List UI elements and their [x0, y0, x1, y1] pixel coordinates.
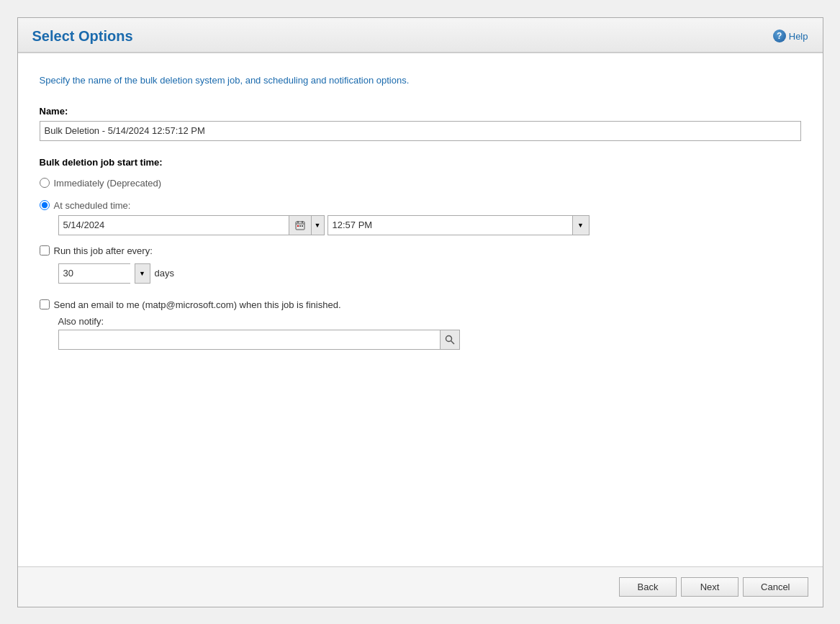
- svg-rect-5: [299, 225, 301, 227]
- calendar-button[interactable]: [289, 215, 312, 235]
- description-text: Specify the name of the bulk deletion sy…: [40, 75, 801, 86]
- start-time-label: Bulk deletion job start time:: [40, 157, 801, 168]
- svg-rect-4: [297, 225, 299, 227]
- notify-input[interactable]: [58, 330, 440, 350]
- svg-point-7: [446, 335, 451, 341]
- name-field-group: Name:: [40, 106, 801, 141]
- help-link[interactable]: ? Help: [773, 30, 808, 42]
- calendar-dropdown[interactable]: ▼: [312, 215, 325, 235]
- scheduled-radio[interactable]: [40, 200, 50, 210]
- name-input[interactable]: [40, 121, 801, 141]
- svg-rect-6: [302, 225, 303, 227]
- recurrence-section: Run this job after every: ▼ days: [40, 245, 801, 284]
- notify-search-button[interactable]: [440, 330, 460, 350]
- interval-unit-label: days: [155, 268, 174, 279]
- email-notification-label: Send an email to me (matp@microsoft.com)…: [54, 299, 341, 310]
- start-time-group: Bulk deletion job start time: Immediatel…: [40, 157, 801, 284]
- scheduled-label: At scheduled time:: [54, 200, 131, 211]
- interval-input[interactable]: [58, 263, 130, 284]
- also-notify-label: Also notify:: [58, 316, 801, 327]
- calendar-icon: [295, 220, 305, 230]
- search-icon: [445, 335, 455, 345]
- email-checkbox-row: Send an email to me (matp@microsoft.com)…: [40, 299, 801, 310]
- immediately-label: Immediately (Deprecated): [54, 178, 162, 189]
- recurrence-checkbox[interactable]: [40, 245, 50, 256]
- dialog-body: Specify the name of the bulk deletion sy…: [18, 53, 823, 566]
- dialog-title: Select Options: [32, 28, 133, 45]
- help-icon: ?: [773, 30, 786, 42]
- immediately-option: Immediately (Deprecated): [40, 178, 801, 189]
- time-input[interactable]: [328, 215, 572, 235]
- interval-row: ▼ days: [58, 263, 801, 284]
- scheduled-option: At scheduled time:: [40, 200, 801, 211]
- help-label: Help: [789, 31, 808, 42]
- date-input[interactable]: [58, 215, 289, 235]
- recurrence-label: Run this job after every:: [54, 245, 153, 256]
- dialog-header: Select Options ? Help: [18, 18, 823, 53]
- name-label: Name:: [40, 106, 801, 117]
- back-button[interactable]: Back: [619, 577, 677, 597]
- dialog-footer: Back Next Cancel: [18, 566, 823, 607]
- date-time-row: ▼ ▼: [58, 215, 801, 235]
- recurrence-checkbox-row: Run this job after every:: [40, 245, 801, 256]
- interval-dropdown[interactable]: ▼: [135, 263, 150, 284]
- email-notification-checkbox[interactable]: [40, 299, 50, 309]
- email-section: Send an email to me (matp@microsoft.com)…: [40, 299, 801, 350]
- notify-input-row: [58, 330, 801, 350]
- select-options-dialog: Select Options ? Help Specify the name o…: [17, 17, 823, 607]
- svg-line-8: [451, 340, 454, 344]
- immediately-radio[interactable]: [40, 178, 50, 188]
- time-dropdown-button[interactable]: ▼: [572, 215, 590, 235]
- cancel-button[interactable]: Cancel: [743, 577, 808, 597]
- next-button[interactable]: Next: [681, 577, 739, 597]
